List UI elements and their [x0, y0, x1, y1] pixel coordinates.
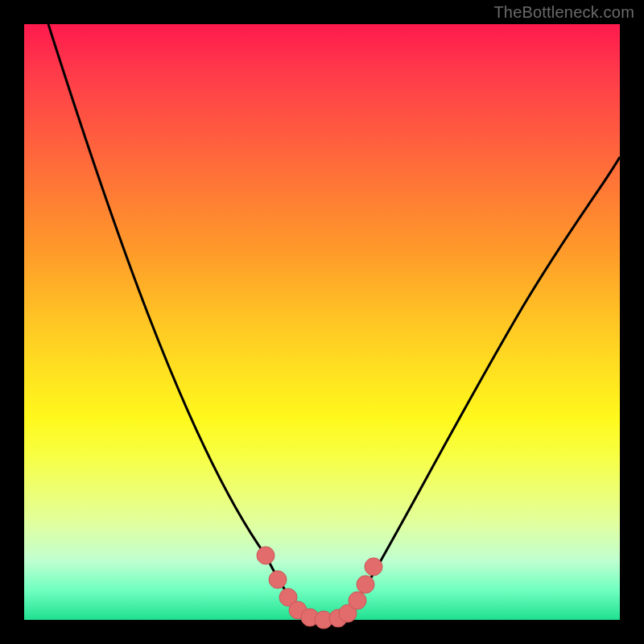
marker-dot — [357, 576, 374, 593]
plot-area — [24, 24, 620, 620]
right-curve — [346, 157, 620, 616]
curve-layer — [24, 24, 620, 620]
marker-dot — [269, 571, 287, 588]
marker-dot — [365, 558, 382, 576]
left-curve — [48, 24, 302, 616]
marker-dot — [257, 547, 275, 564]
marker-dot — [349, 592, 366, 609]
watermark-text: TheBottleneck.com — [493, 3, 634, 22]
marker-group — [257, 547, 382, 629]
